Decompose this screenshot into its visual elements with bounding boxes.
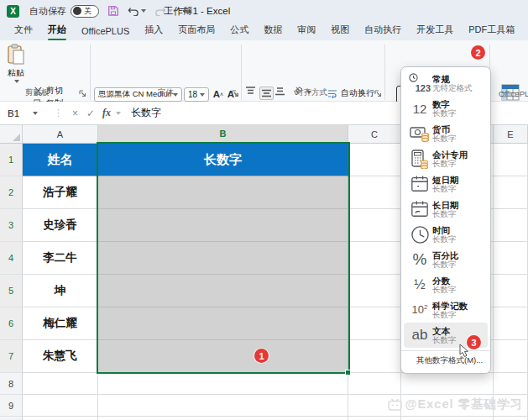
tab-2[interactable]: OfficePLUS [74, 24, 137, 40]
row-header-1[interactable]: 1 [0, 144, 23, 176]
cell-A5[interactable]: 坤 [23, 275, 98, 307]
column-header-B[interactable]: B [98, 125, 348, 144]
row-header-6[interactable]: 6 [0, 307, 23, 340]
cell-C2[interactable] [348, 176, 401, 209]
tab-3[interactable]: 插入 [137, 21, 170, 40]
cell-B2[interactable] [98, 176, 348, 209]
cell-B4[interactable] [98, 242, 348, 275]
select-all-corner[interactable] [0, 125, 23, 144]
cell-E10[interactable] [494, 417, 528, 420]
cell-B5[interactable] [98, 275, 348, 307]
cell-C5[interactable] [348, 275, 401, 307]
format-item-3[interactable]: 会计专用长数字 [404, 146, 488, 171]
font-size-combobox[interactable]: 18 [184, 87, 209, 102]
undo-button[interactable] [128, 6, 146, 16]
format-item-0[interactable]: 123常规无特定格式 [404, 71, 488, 96]
column-header-E[interactable]: E [494, 125, 528, 144]
cell-C1[interactable] [348, 144, 401, 176]
format-item-5[interactable]: 长日期长数字 [404, 197, 488, 222]
alignment-dialog-launcher[interactable] [374, 90, 382, 97]
cell-B8[interactable] [98, 373, 348, 395]
tab-file[interactable]: 文件 [7, 21, 40, 40]
cell-A10[interactable] [23, 417, 98, 420]
step-badge-2: 2 [471, 45, 485, 60]
short-date-icon [407, 175, 432, 193]
cell-E1[interactable] [494, 144, 528, 176]
row-header-4[interactable]: 4 [0, 242, 23, 275]
cell-C7[interactable] [348, 340, 401, 373]
row-header-5[interactable]: 5 [0, 275, 23, 307]
row-header-9[interactable]: 9 [0, 395, 23, 417]
row-header-2[interactable]: 2 [0, 176, 23, 209]
format-item-7[interactable]: %百分比长数字 [404, 247, 488, 272]
cell-E6[interactable] [494, 307, 528, 340]
more-number-formats-item[interactable]: 其他数字格式(M)... [401, 350, 490, 370]
tab-10[interactable]: 开发工具 [409, 21, 461, 40]
font-dialog-launcher[interactable] [232, 90, 239, 97]
cell-C4[interactable] [348, 242, 401, 275]
cell-D10[interactable] [401, 417, 494, 420]
cell-E7[interactable] [494, 340, 528, 373]
cell-A2[interactable]: 浩子耀 [23, 176, 98, 209]
tab-8[interactable]: 视图 [323, 21, 357, 40]
cell-A8[interactable] [23, 373, 98, 395]
wrap-text-button[interactable]: 自动换行 [327, 87, 374, 99]
row-header-8[interactable]: 8 [0, 373, 23, 395]
row-header-7[interactable]: 7 [0, 340, 23, 373]
column-header-C[interactable]: C [348, 125, 401, 144]
format-item-1[interactable]: 12数字长数字 [404, 96, 488, 121]
cell-B6[interactable] [98, 307, 348, 340]
format-item-8[interactable]: ½分数长数字 [404, 272, 488, 297]
cell-D8[interactable] [401, 373, 494, 395]
cell-C10[interactable] [348, 417, 401, 420]
cell-A4[interactable]: 李二牛 [23, 242, 98, 275]
tab-1[interactable]: 开始 [40, 21, 74, 40]
excel-app-icon[interactable]: X [7, 5, 19, 18]
tab-11[interactable]: PDF工具箱 [461, 21, 522, 40]
autosave-toggle[interactable]: 关 [71, 5, 99, 18]
tab-5[interactable]: 公式 [222, 21, 256, 40]
format-item-4[interactable]: 短日期长数字 [404, 171, 488, 197]
middle-align-button[interactable] [259, 87, 274, 100]
increase-font-size-button[interactable]: A˄ [212, 87, 225, 102]
format-item-9[interactable]: 102科学记数长数字 [404, 297, 488, 323]
cell-A3[interactable]: 史珍香 [23, 209, 98, 242]
cell-E8[interactable] [494, 373, 528, 395]
cell-E2[interactable] [494, 176, 528, 209]
cell-A1[interactable]: 姓名 [23, 144, 98, 176]
cell-C8[interactable] [348, 373, 401, 395]
column-header-A[interactable]: A [23, 125, 98, 144]
tab-7[interactable]: 审阅 [290, 21, 323, 40]
cell-B1[interactable]: 长数字 [98, 144, 348, 176]
cell-B7[interactable] [98, 340, 348, 373]
confirm-button[interactable]: ✓ [86, 108, 95, 119]
cell-E3[interactable] [494, 209, 528, 242]
format-item-6[interactable]: 时间长数字 [404, 222, 488, 247]
cell-A7[interactable]: 朱慧飞 [23, 340, 98, 373]
cell-E5[interactable] [494, 275, 528, 307]
top-align-button[interactable] [245, 87, 256, 97]
cell-E4[interactable] [494, 242, 528, 275]
tab-12[interactable]: 帮助 [522, 21, 528, 40]
cell-A6[interactable]: 梅仁耀 [23, 307, 98, 340]
cell-C3[interactable] [348, 209, 401, 242]
paste-button[interactable]: 粘贴 [3, 44, 29, 94]
row-header-3[interactable]: 3 [0, 209, 23, 242]
tab-9[interactable]: 自动执行 [357, 21, 409, 40]
name-box[interactable]: B1 [0, 102, 49, 124]
format-item-2[interactable]: 货币长数字 [404, 121, 488, 146]
insert-function-button[interactable]: fx [102, 107, 111, 119]
cell-A9[interactable] [23, 395, 98, 417]
watermark: @Excel 零基础学习 [388, 396, 523, 412]
tab-6[interactable]: 数据 [256, 21, 290, 40]
cell-B3[interactable] [98, 209, 348, 242]
cell-B9[interactable] [98, 395, 348, 417]
row-header-10[interactable]: 10 [0, 417, 23, 420]
cancel-button[interactable]: × [72, 108, 78, 119]
save-button[interactable] [107, 5, 119, 17]
clipboard-dialog-launcher[interactable] [79, 90, 86, 97]
cell-B10[interactable] [98, 417, 348, 420]
cell-C6[interactable] [348, 307, 401, 340]
bottom-align-button[interactable] [274, 87, 285, 97]
tab-4[interactable]: 页面布局 [170, 21, 222, 40]
